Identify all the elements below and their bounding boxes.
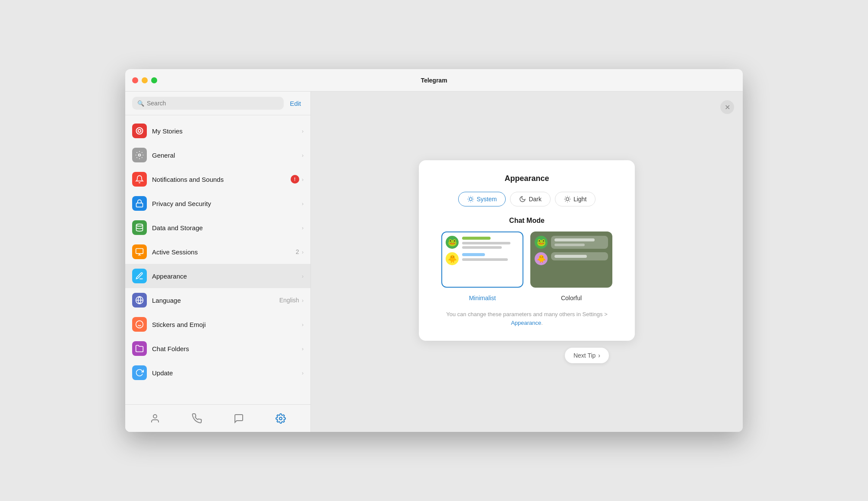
svg-point-0 bbox=[136, 128, 143, 134]
dark-theme-label: Dark bbox=[529, 196, 542, 203]
svg-line-16 bbox=[472, 201, 473, 201]
privacy-label: Privacy and Security bbox=[152, 200, 297, 207]
folders-chevron: › bbox=[302, 346, 304, 352]
svg-line-19 bbox=[469, 201, 469, 201]
sessions-chevron: › bbox=[302, 249, 304, 255]
chats-icon bbox=[234, 413, 244, 424]
traffic-lights bbox=[132, 77, 157, 83]
data-right: › bbox=[302, 225, 304, 231]
general-icon bbox=[132, 148, 147, 162]
appearance-icon bbox=[132, 269, 147, 283]
svg-line-28 bbox=[565, 201, 566, 201]
sidebar-item-privacy[interactable]: Privacy and Security › bbox=[125, 191, 310, 216]
search-input-wrap[interactable]: 🔍 bbox=[132, 97, 284, 110]
svg-rect-5 bbox=[136, 249, 143, 254]
folders-label: Chat Folders bbox=[152, 345, 297, 352]
close-traffic-light[interactable] bbox=[132, 77, 138, 83]
appearance-chevron: › bbox=[302, 273, 304, 279]
sessions-right: 2 › bbox=[296, 248, 304, 255]
my-stories-right: › bbox=[302, 128, 304, 134]
update-right: › bbox=[302, 370, 304, 376]
svg-point-7 bbox=[136, 321, 143, 328]
language-right: English › bbox=[279, 297, 304, 304]
close-button[interactable]: ✕ bbox=[720, 100, 734, 114]
svg-point-12 bbox=[469, 198, 472, 201]
privacy-right: › bbox=[302, 200, 304, 207]
update-chevron: › bbox=[302, 370, 304, 376]
mode-minimalist-card[interactable]: 🐸 🐥 bbox=[441, 231, 523, 288]
language-icon bbox=[132, 293, 147, 308]
light-theme-icon bbox=[564, 196, 571, 203]
minimalist-avatar-2: 🐥 bbox=[446, 252, 459, 265]
language-value: English bbox=[279, 297, 299, 304]
notifications-icon bbox=[132, 172, 147, 187]
sidebar-item-general[interactable]: General › bbox=[125, 143, 310, 167]
nav-calls-button[interactable] bbox=[188, 410, 206, 427]
sidebar-item-notifications[interactable]: Notifications and Sounds ! › bbox=[125, 167, 310, 191]
privacy-icon bbox=[132, 196, 147, 211]
chat-mode-row: 🐸 🐥 bbox=[436, 231, 618, 301]
svg-rect-3 bbox=[136, 203, 143, 207]
colorful-avatar-2: 🐥 bbox=[535, 252, 548, 265]
nav-contacts-button[interactable] bbox=[146, 410, 164, 427]
edit-button[interactable]: Edit bbox=[287, 98, 304, 109]
system-theme-icon bbox=[467, 196, 474, 203]
general-chevron: › bbox=[302, 152, 304, 159]
search-bar: 🔍 Edit bbox=[125, 92, 310, 115]
notifications-chevron: › bbox=[302, 176, 304, 183]
maximize-traffic-light[interactable] bbox=[151, 77, 157, 83]
nav-chats-button[interactable] bbox=[230, 410, 247, 427]
stickers-right: › bbox=[302, 321, 304, 328]
sidebar: 🔍 Edit My Stories › bbox=[125, 92, 311, 432]
my-stories-chevron: › bbox=[302, 128, 304, 134]
system-theme-label: System bbox=[477, 196, 497, 203]
mode-colorful-card[interactable]: 🐸 🐥 bbox=[530, 231, 612, 288]
folders-icon bbox=[132, 341, 147, 356]
light-theme-label: Light bbox=[573, 196, 586, 203]
notifications-right: ! › bbox=[291, 175, 304, 184]
sidebar-list: My Stories › General › bbox=[125, 115, 310, 404]
svg-line-20 bbox=[472, 197, 473, 197]
theme-light-button[interactable]: Light bbox=[555, 192, 596, 206]
svg-point-1 bbox=[138, 130, 141, 133]
nav-settings-button[interactable] bbox=[272, 410, 289, 427]
colorful-label: Colorful bbox=[561, 295, 582, 301]
appearance-settings-link[interactable]: Appearance bbox=[511, 320, 541, 326]
contacts-icon bbox=[150, 413, 160, 424]
minimalist-avatar-1: 🐸 bbox=[446, 236, 459, 249]
folders-right: › bbox=[302, 346, 304, 352]
sidebar-item-sessions[interactable]: Active Sessions 2 › bbox=[125, 240, 310, 264]
sidebar-item-update[interactable]: Update › bbox=[125, 361, 310, 385]
svg-point-21 bbox=[566, 198, 569, 201]
minimize-traffic-light[interactable] bbox=[142, 77, 148, 83]
sidebar-item-my-stories[interactable]: My Stories › bbox=[125, 119, 310, 143]
content-area: ✕ Appearance bbox=[311, 92, 743, 432]
sidebar-item-appearance[interactable]: Appearance › bbox=[125, 264, 310, 288]
my-stories-icon bbox=[132, 124, 147, 138]
bottom-nav bbox=[125, 404, 310, 432]
svg-point-4 bbox=[136, 224, 143, 226]
calls-icon bbox=[192, 413, 202, 424]
general-right: › bbox=[302, 152, 304, 159]
sidebar-item-data[interactable]: Data and Storage › bbox=[125, 216, 310, 240]
sidebar-item-folders[interactable]: Chat Folders › bbox=[125, 336, 310, 361]
window-title: Telegram bbox=[421, 77, 447, 84]
card-hint: You can change these parameters and many… bbox=[436, 310, 618, 327]
theme-system-button[interactable]: System bbox=[458, 192, 506, 206]
colorful-avatar-1: 🐸 bbox=[535, 236, 548, 249]
sidebar-item-language[interactable]: Language English › bbox=[125, 288, 310, 312]
appearance-card: Appearance bbox=[419, 160, 635, 341]
theme-row: System Dark bbox=[436, 192, 618, 206]
theme-dark-button[interactable]: Dark bbox=[510, 192, 551, 206]
search-input[interactable] bbox=[147, 100, 279, 107]
svg-line-25 bbox=[569, 201, 570, 201]
next-tip-button[interactable]: Next Tip › bbox=[565, 348, 609, 363]
appearance-label: Appearance bbox=[152, 273, 297, 280]
my-stories-label: My Stories bbox=[152, 127, 297, 135]
data-chevron: › bbox=[302, 225, 304, 231]
update-icon bbox=[132, 365, 147, 380]
sidebar-item-stickers[interactable]: Stickers and Emoji › bbox=[125, 312, 310, 336]
privacy-chevron: › bbox=[302, 200, 304, 207]
svg-point-2 bbox=[139, 154, 141, 156]
stickers-chevron: › bbox=[302, 321, 304, 328]
